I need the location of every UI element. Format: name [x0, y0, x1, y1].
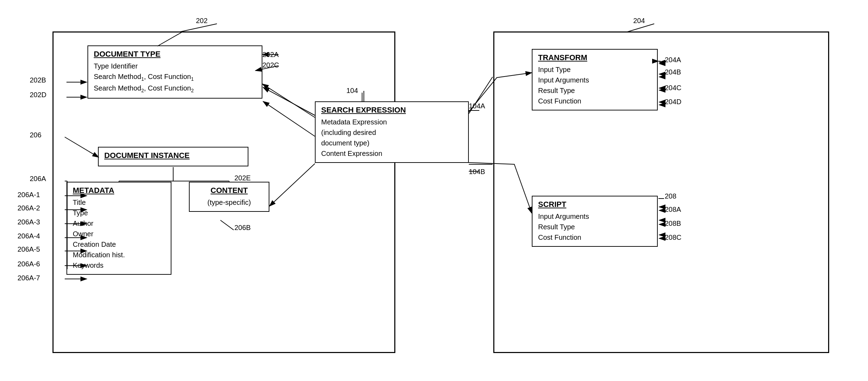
svg-line-3 [626, 24, 654, 32]
content-box: CONTENT (type-specific) [189, 182, 269, 212]
label-104B: 104B [469, 168, 485, 176]
label-104: 104 [346, 87, 358, 95]
transform-field-2: Input Arguments [538, 75, 651, 85]
search-expression-box: SEARCH EXPRESSION Metadata Expression (i… [315, 101, 469, 163]
label-202C: 202C [262, 61, 279, 69]
transform-field-3: Result Type [538, 85, 651, 96]
doc-type-field-2: Search Method1, Cost Function1 [94, 71, 256, 83]
transform-box: TRANSFORM Input Type Input Arguments Res… [532, 49, 658, 110]
content-subtitle: (type-specific) [195, 197, 263, 208]
label-204A: 204A [665, 56, 681, 64]
label-208A: 208A [665, 206, 681, 214]
search-expression-title: SEARCH EXPRESSION [321, 106, 463, 115]
metadata-field-owner: Owner [73, 229, 165, 239]
metadata-field-modhist: Modification hist. [73, 250, 165, 260]
document-type-title: DOCUMENT TYPE [94, 50, 256, 59]
transform-field-4: Cost Function [538, 96, 651, 106]
label-206A5: 206A-5 [17, 245, 40, 253]
label-206A6: 206A-6 [17, 260, 40, 268]
label-208: 208 [665, 192, 676, 200]
label-206: 206 [30, 131, 41, 139]
transform-title: TRANSFORM [538, 53, 651, 62]
metadata-field-keywords: Keywords [73, 260, 165, 271]
label-202: 202 [196, 17, 207, 25]
document-type-box: DOCUMENT TYPE Type Identifier Search Met… [87, 45, 262, 99]
label-208B: 208B [665, 220, 681, 228]
search-expr-field-1: Metadata Expression [321, 117, 463, 127]
label-206A4: 206A-4 [17, 232, 40, 240]
script-field-2: Result Type [538, 222, 651, 232]
metadata-title: METADATA [73, 186, 165, 195]
metadata-field-type: Type [73, 208, 165, 218]
label-202A: 202A [262, 51, 279, 59]
svg-line-2 [178, 24, 217, 32]
label-206B: 206B [234, 224, 251, 232]
label-202E: 202E [234, 174, 251, 182]
label-104A: 104A [469, 102, 485, 110]
label-206A: 206A [30, 175, 46, 183]
document-instance-box: DOCUMENT INSTANCE [98, 147, 248, 166]
script-field-3: Cost Function [538, 232, 651, 243]
label-204: 204 [633, 17, 645, 25]
metadata-field-creationdate: Creation Date [73, 239, 165, 250]
label-206A2: 206A-2 [17, 204, 40, 212]
script-title: SCRIPT [538, 200, 651, 209]
search-expr-field-2: (including desired [321, 127, 463, 138]
label-204C: 204C [665, 84, 682, 92]
document-instance-title: DOCUMENT INSTANCE [104, 151, 242, 160]
content-title: CONTENT [195, 186, 263, 195]
transform-field-1: Input Type [538, 64, 651, 75]
script-box: SCRIPT Input Arguments Result Type Cost … [532, 196, 658, 247]
doc-type-field-3: Search Method2, Cost Function2 [94, 83, 256, 94]
label-204B: 204B [665, 68, 681, 76]
search-expr-field-4: Content Expression [321, 148, 463, 159]
label-208C: 208C [665, 233, 682, 242]
metadata-field-author: Author [73, 218, 165, 229]
label-204D: 204D [665, 98, 682, 106]
label-206A1: 206A-1 [17, 191, 40, 199]
search-expr-field-3: document type) [321, 138, 463, 148]
label-206A3: 206A-3 [17, 218, 40, 226]
label-202D: 202D [30, 91, 47, 99]
metadata-field-title: Title [73, 197, 165, 208]
script-field-1: Input Arguments [538, 211, 651, 222]
metadata-box: METADATA Title Type Author Owner Creatio… [66, 182, 171, 275]
label-202B: 202B [30, 76, 46, 84]
diagram-container: DOCUMENT TYPE Type Identifier Search Met… [10, 10, 857, 374]
doc-type-field-1: Type Identifier [94, 61, 256, 71]
label-206A7: 206A-7 [17, 274, 40, 282]
